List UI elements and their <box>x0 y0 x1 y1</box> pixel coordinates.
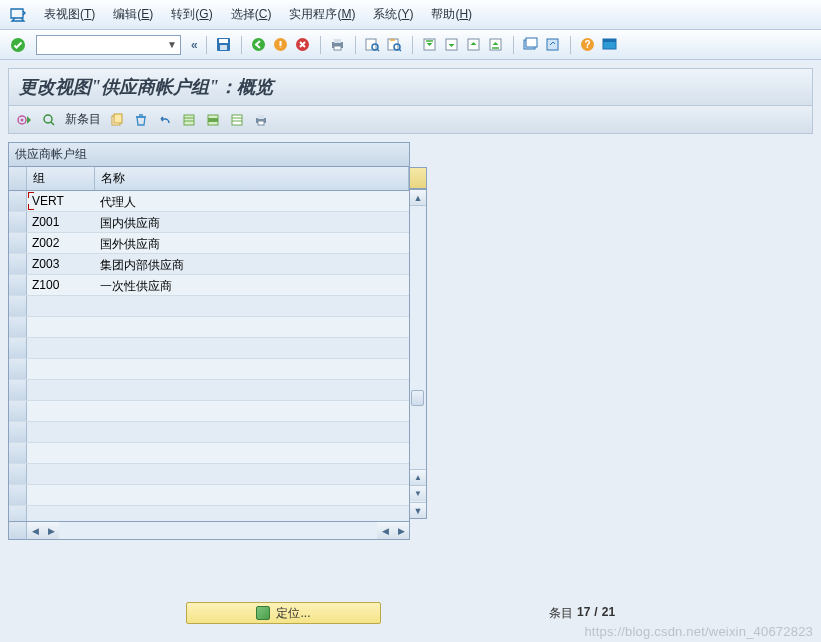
select-all-column[interactable] <box>9 167 27 190</box>
cell-name[interactable] <box>95 317 409 337</box>
row-selector[interactable] <box>9 191 27 211</box>
print-icon[interactable] <box>329 36 347 54</box>
cell-name[interactable] <box>95 380 409 400</box>
table-row[interactable] <box>9 380 409 401</box>
hscroll-right-icon[interactable]: ▶ <box>393 522 409 539</box>
find-icon[interactable] <box>364 36 382 54</box>
row-selector[interactable] <box>9 317 27 337</box>
table-row[interactable] <box>9 506 409 521</box>
menu-table-view[interactable]: 表视图(T) <box>40 4 99 25</box>
row-selector[interactable] <box>9 359 27 379</box>
cell-name[interactable] <box>95 506 409 521</box>
cell-name[interactable]: 一次性供应商 <box>95 275 409 295</box>
cell-name[interactable]: 国外供应商 <box>95 233 409 253</box>
row-selector[interactable] <box>9 401 27 421</box>
cell-code[interactable] <box>27 401 95 421</box>
table-row[interactable] <box>9 338 409 359</box>
table-row[interactable]: Z003集团内部供应商 <box>9 254 409 275</box>
scroll-page-down-icon[interactable]: ▼ <box>410 485 426 501</box>
scroll-page-up-icon[interactable]: ▲ <box>410 469 426 485</box>
cell-code[interactable] <box>27 380 95 400</box>
table-row[interactable] <box>9 296 409 317</box>
table-row[interactable] <box>9 401 409 422</box>
deselect-all-icon[interactable] <box>229 112 245 128</box>
select-block-icon[interactable] <box>205 112 221 128</box>
cell-code[interactable] <box>27 506 95 521</box>
help-icon[interactable]: ? <box>579 36 597 54</box>
menu-goto[interactable]: 转到(G) <box>167 4 216 25</box>
row-selector[interactable] <box>9 338 27 358</box>
menu-system[interactable]: 系统(Y) <box>369 4 417 25</box>
prev-page-icon[interactable] <box>443 36 461 54</box>
cell-name[interactable] <box>95 401 409 421</box>
cell-code[interactable] <box>27 317 95 337</box>
cell-code[interactable]: Z002 <box>27 233 95 253</box>
cell-name[interactable]: 集团内部供应商 <box>95 254 409 274</box>
cell-code[interactable] <box>27 338 95 358</box>
next-page-icon[interactable] <box>465 36 483 54</box>
exit-icon[interactable] <box>272 36 290 54</box>
cell-name[interactable] <box>95 359 409 379</box>
cell-code[interactable]: VERT <box>27 191 95 211</box>
column-name[interactable]: 名称 <box>95 167 409 190</box>
cell-name[interactable] <box>95 338 409 358</box>
row-selector[interactable] <box>9 506 27 521</box>
hscroll-right2-icon[interactable]: ◀ <box>377 522 393 539</box>
hscroll-left-icon[interactable]: ◀ <box>27 522 43 539</box>
cell-name[interactable]: 代理人 <box>95 191 409 211</box>
table-row[interactable] <box>9 443 409 464</box>
cell-code[interactable] <box>27 422 95 442</box>
row-selector[interactable] <box>9 233 27 253</box>
menu-help[interactable]: 帮助(H) <box>427 4 476 25</box>
table-row[interactable]: Z001国内供应商 <box>9 212 409 233</box>
cell-code[interactable]: Z003 <box>27 254 95 274</box>
enter-icon[interactable] <box>10 37 26 53</box>
cell-code[interactable] <box>27 359 95 379</box>
menu-edit[interactable]: 编辑(E) <box>109 4 157 25</box>
new-entries-button[interactable]: 新条目 <box>65 111 101 128</box>
cell-name[interactable]: 国内供应商 <box>95 212 409 232</box>
row-selector[interactable] <box>9 380 27 400</box>
table-row[interactable]: Z002国外供应商 <box>9 233 409 254</box>
cell-name[interactable] <box>95 485 409 505</box>
cell-name[interactable] <box>95 296 409 316</box>
table-row[interactable]: Z100一次性供应商 <box>9 275 409 296</box>
row-selector[interactable] <box>9 275 27 295</box>
menu-select[interactable]: 选择(C) <box>227 4 276 25</box>
delete-icon[interactable] <box>133 112 149 128</box>
find-next-icon[interactable] <box>386 36 404 54</box>
collapse-icon[interactable]: « <box>191 38 198 52</box>
row-selector[interactable] <box>9 254 27 274</box>
table-row[interactable]: VERT代理人 <box>9 191 409 212</box>
table-row[interactable] <box>9 485 409 506</box>
table-row[interactable] <box>9 359 409 380</box>
row-selector[interactable] <box>9 212 27 232</box>
vertical-scrollbar[interactable]: ▲ ▲ ▼ ▼ <box>410 189 427 519</box>
customize-layout-icon[interactable] <box>601 36 619 54</box>
back-icon[interactable] <box>250 36 268 54</box>
generate-shortcut-icon[interactable] <box>544 36 562 54</box>
cell-code[interactable] <box>27 464 95 484</box>
row-selector[interactable] <box>9 443 27 463</box>
row-selector[interactable] <box>9 422 27 442</box>
cell-code[interactable] <box>27 443 95 463</box>
column-code[interactable]: 组 <box>27 167 95 190</box>
table-row[interactable] <box>9 422 409 443</box>
details-icon[interactable] <box>41 112 57 128</box>
app-menu-icon[interactable] <box>6 8 30 22</box>
row-selector[interactable] <box>9 464 27 484</box>
first-page-icon[interactable] <box>421 36 439 54</box>
toggle-display-change-icon[interactable] <box>17 112 33 128</box>
new-session-icon[interactable] <box>522 36 540 54</box>
position-button[interactable]: 定位... <box>186 602 381 624</box>
copy-icon[interactable] <box>109 112 125 128</box>
undo-icon[interactable] <box>157 112 173 128</box>
scroll-thumb[interactable] <box>411 390 424 406</box>
cell-code[interactable] <box>27 296 95 316</box>
row-selector[interactable] <box>9 485 27 505</box>
cell-code[interactable] <box>27 485 95 505</box>
cell-name[interactable] <box>95 443 409 463</box>
command-field[interactable]: ▼ <box>36 35 181 55</box>
cell-code[interactable]: Z100 <box>27 275 95 295</box>
cell-name[interactable] <box>95 464 409 484</box>
